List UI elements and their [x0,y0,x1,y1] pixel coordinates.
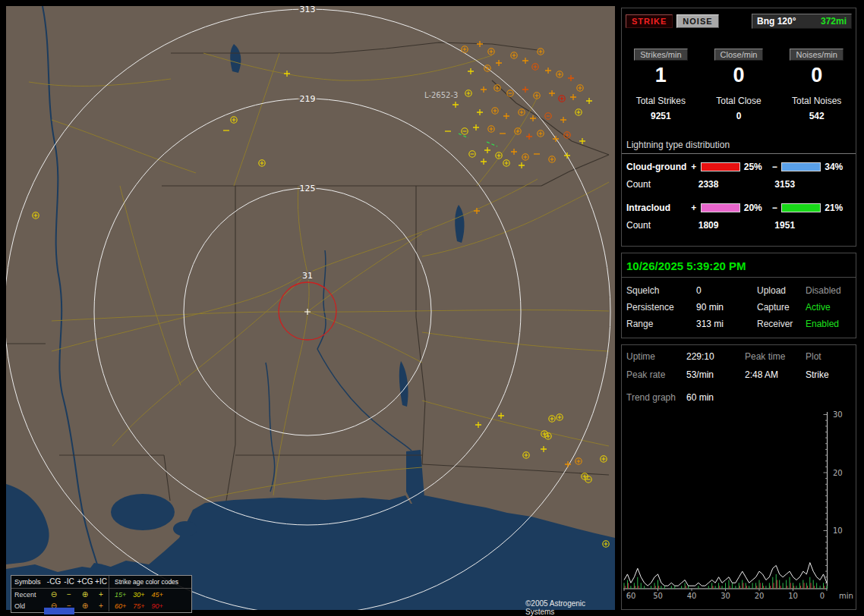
legend-recent-row: Recent ⊖ − ⊕ + 15+ 30+ 45+ [11,589,191,600]
strikes-per-min-badge: Strikes/min [634,49,687,61]
legend-col-neg-cg: -CG [46,578,61,586]
app-window: 31321912531L-2652-3 Symbols -CG -IC +CG … [0,0,864,616]
age-60: 60+ [115,602,126,610]
total-close-label: Total Close [716,96,761,106]
pos-ic-color-chip [701,203,740,212]
age-30: 30+ [133,591,144,599]
trend-graph-window: 60 min [686,392,714,403]
copyright-text: ©2005 Astrogenic Systems [525,599,615,616]
pos-ic-percent: 20% [743,203,771,213]
legend-col-neg-ic: -IC [61,578,77,586]
svg-text:313: 313 [300,6,316,14]
neg-ic-color-chip [781,203,821,212]
neg-ic-percent: 21% [823,203,851,213]
circled-plus-icon: ⊕ [77,602,93,610]
map-canvas: 31321912531L-2652-3 [6,6,615,610]
uptime-value: 229:10 [686,351,745,362]
lightning-map[interactable]: 31321912531L-2652-3 Symbols -CG -IC +CG … [6,6,615,610]
svg-text:31: 31 [302,271,313,281]
status-box: 10/26/2025 5:39:20 PM Squelch 0 Upload D… [621,253,856,338]
svg-text:10: 10 [788,592,798,600]
age-45: 45+ [152,591,163,599]
svg-text:125: 125 [300,184,316,193]
close-column: Close/min 0 Total Close 0 [700,49,778,121]
svg-text:0: 0 [820,592,825,600]
side-panel: STRIKE NOISE Bng 120° 372mi Strikes/min … [621,6,858,610]
rate-row: Strikes/min 1 Total Strikes 9251 Close/m… [622,49,856,121]
minus-sign: − [771,203,780,213]
pos-cg-count: 2338 [698,179,775,190]
total-strikes-label: Total Strikes [636,96,686,106]
peak-time-value: 2:48 AM [745,369,806,380]
plot-label: Plot [806,351,851,362]
legend-col-pos-ic: +IC [93,578,109,586]
legend-recent-ages: 15+ 30+ 45+ [109,589,190,600]
trend-graph-row: Trend graph 60 min [622,380,856,403]
total-close-value: 0 [736,111,742,121]
datetime-display: 10/26/2025 5:39:20 PM [622,253,856,278]
lake-pontchartrain [111,494,175,530]
legend-symbols-label: Symbols [14,578,46,586]
lake-borgne [173,521,197,536]
plus-sign: + [689,203,698,213]
svg-text:min: min [839,592,853,600]
count-label: Count [626,220,698,231]
close-per-min-value: 0 [733,64,744,86]
plot-value: Strike [806,369,851,380]
age-90: 90+ [152,602,163,610]
legend-age-title: Strike age color codes [109,576,190,588]
capture-status: Active [806,302,851,313]
rates-box: STRIKE NOISE Bng 120° 372mi Strikes/min … [621,8,856,247]
map-legend: Symbols -CG -IC +CG +IC Strike age color… [11,575,192,613]
circled-minus-icon: ⊖ [46,591,61,599]
persistence-value: 90 min [696,302,757,313]
neg-cg-count: 3153 [774,179,851,190]
neg-ic-count: 1951 [774,220,851,231]
strikes-column: Strikes/min 1 Total Strikes 9251 [622,49,700,121]
svg-text:30: 30 [833,410,843,419]
minus-icon: − [61,591,77,599]
peak-rate-label: Peak rate [626,369,686,380]
svg-text:219: 219 [300,94,316,104]
noise-mode-button[interactable]: NOISE [676,14,718,28]
strike-mode-button[interactable]: STRIKE [626,14,673,28]
distribution-title: Lightning type distribution [622,140,856,154]
pos-cg-color-chip [701,162,740,171]
svg-text:50: 50 [653,592,663,600]
range-value: 313 mi [696,319,757,329]
squelch-value: 0 [696,285,757,296]
minus-sign: − [771,162,780,172]
taskbar-chip [44,608,74,614]
close-per-min-badge: Close/min [714,49,764,61]
plus-sign: + [689,162,698,172]
neg-cg-percent: 34% [823,162,851,172]
plus-icon: + [93,602,109,610]
trend-graph-label: Trend graph [626,392,686,403]
noises-per-min-badge: Noises/min [790,49,843,61]
svg-text:60: 60 [626,592,636,600]
pos-cg-percent: 25% [743,162,771,172]
legend-recent-label: Recent [14,591,46,599]
legend-header-row: Symbols -CG -IC +CG +IC Strike age color… [11,576,191,589]
legend-old-ages: 60+ 75+ 90+ [109,600,190,611]
age-15: 15+ [115,591,126,599]
cloud-ground-count-row: Count 2338 3153 [626,179,851,190]
bearing-readout: Bng 120° 372mi [752,14,852,29]
upload-label: Upload [757,285,806,296]
receiver-status: Enabled [806,319,851,329]
total-noises-value: 542 [809,111,825,121]
plus-icon: + [93,591,109,599]
range-label: Range [626,319,696,329]
noises-per-min-value: 0 [811,64,822,86]
svg-text:30: 30 [721,592,730,600]
age-75: 75+ [133,602,144,610]
svg-text:20: 20 [833,469,843,477]
session-grid: Uptime 229:10 Peak time Plot Peak rate 5… [622,345,856,380]
squelch-label: Squelch [626,285,696,296]
noises-column: Noises/min 0 Total Noises 542 [777,49,856,121]
svg-text:L-2652-3: L-2652-3 [424,91,458,99]
total-strikes-value: 9251 [651,111,671,121]
neg-cg-color-chip [781,162,821,171]
receiver-label: Receiver [757,319,806,329]
trend-box: Uptime 229:10 Peak time Plot Peak rate 5… [621,344,856,610]
